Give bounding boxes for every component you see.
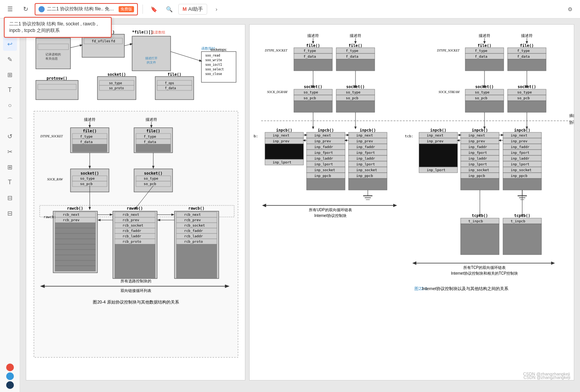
svg-text:所有UDP的双向循环链表: 所有UDP的双向循环链表 xyxy=(309,208,352,212)
color-dot-blue[interactable] xyxy=(6,372,14,380)
sidebar-icon-rotate[interactable]: ↺ xyxy=(3,129,17,143)
svg-rect-85 xyxy=(55,228,96,234)
sidebar-icon-curve[interactable]: ⌒ xyxy=(3,114,17,128)
sidebar-icon-minus2[interactable]: ⊟ xyxy=(3,206,17,220)
svg-rect-159 xyxy=(465,59,504,71)
svg-text:inp_lport: inp_lport xyxy=(468,162,487,166)
sidebar-icon-grid2[interactable]: ⊞ xyxy=(3,160,17,174)
svg-rect-60 xyxy=(136,144,171,152)
svg-text:t_inpcb: t_inpcb xyxy=(511,219,525,223)
svg-rect-24 xyxy=(36,80,78,100)
svg-rect-173 xyxy=(294,101,332,112)
svg-text:inp_lport: inp_lport xyxy=(356,162,375,166)
svg-text:f_ops: f_ops xyxy=(165,82,174,85)
svg-rect-53 xyxy=(72,144,107,152)
svg-text:inpcb(): inpcb() xyxy=(430,128,446,132)
svg-text:rcb_prev: rcb_prev xyxy=(63,218,79,222)
svg-text:rcb_proto: rcb_proto xyxy=(122,240,141,244)
svg-text:记录进程的: 记录进程的 xyxy=(45,53,61,56)
svg-text:socketops:: socketops: xyxy=(210,48,227,52)
svg-text:inp_next: inp_next xyxy=(427,133,443,137)
svg-text:tcb:: tcb: xyxy=(405,134,413,138)
svg-text:DTYPE_SOCKET: DTYPE_SOCKET xyxy=(265,49,288,52)
svg-rect-84 xyxy=(55,223,96,228)
svg-text:f_data: f_data xyxy=(303,55,316,58)
svg-text:有关信息: 有关信息 xyxy=(45,57,58,60)
svg-text:rcb_next: rcb_next xyxy=(122,213,139,217)
svg-text:SOCK_DGRAM: SOCK_DGRAM xyxy=(267,90,288,94)
svg-rect-251 xyxy=(419,144,458,167)
color-dot-red[interactable] xyxy=(6,364,14,371)
svg-text:inp_next: inp_next xyxy=(273,133,289,137)
svg-text:inp_faddr: inp_faddr xyxy=(314,145,333,149)
svg-text:socket(): socket() xyxy=(80,171,99,175)
svg-text:Internet协议控制块和相关的TCP控制块: Internet协议控制块和相关的TCP控制块 xyxy=(451,271,518,275)
watermark-text: CSDN @zhangzhangkeji xyxy=(523,375,570,380)
svg-text:f_type: f_type xyxy=(475,49,488,53)
tab-icon xyxy=(39,6,45,12)
svg-text:描述符: 描述符 xyxy=(479,33,490,38)
more-button[interactable]: › xyxy=(210,3,223,15)
search-button[interactable]: 🔍 xyxy=(163,3,175,15)
svg-text:inp_socket: inp_socket xyxy=(314,168,335,172)
svg-text:f_data: f_data xyxy=(165,87,176,90)
svg-rect-26 xyxy=(38,84,76,90)
svg-text:这是数组: 这是数组 xyxy=(151,30,165,34)
svg-text:的文件: 的文件 xyxy=(147,61,156,64)
color-dot-darkblue[interactable] xyxy=(6,381,14,389)
tab-title: 二二1 协议控制块 结构 file.. 免费版 xyxy=(47,6,116,12)
sidebar-icon-circle[interactable]: ○ xyxy=(3,98,17,112)
settings-button[interactable]: ⚙ xyxy=(564,3,576,15)
svg-text:f_type: f_type xyxy=(80,135,93,138)
svg-text:inpcb(): inpcb() xyxy=(514,128,530,132)
svg-text:inp_fport: inp_fport xyxy=(314,151,333,155)
svg-text:f_data: f_data xyxy=(346,55,359,58)
svg-text:描述符: 描述符 xyxy=(146,117,157,122)
svg-text:f_type: f_type xyxy=(144,135,156,138)
sidebar-icon-text2[interactable]: T xyxy=(3,175,17,189)
sidebar-icon-text[interactable]: T xyxy=(3,83,17,97)
svg-text:inp_ppcb: inp_ppcb xyxy=(511,174,527,178)
toolbar: ☰ ↻ 二二1 协议控制块 结构 file.. 免费版 免费版 🔖 🔍 M AI… xyxy=(0,0,580,18)
svg-rect-6 xyxy=(82,34,124,57)
svg-rect-314 xyxy=(461,224,499,255)
svg-text:协议层: 协议层 xyxy=(569,120,574,125)
sidebar-icon-edit[interactable]: ✎ xyxy=(3,52,17,66)
bookmark-button[interactable]: 🔖 xyxy=(148,3,160,15)
sidebar-icon-cut[interactable]: ✂ xyxy=(3,145,17,158)
left-diagram-panel: proc() p_fd 记录进程的 有关信息 filedesc() fd_ofi… xyxy=(26,24,245,380)
svg-text:rawcb(): rawcb() xyxy=(67,206,83,210)
svg-text:inp_laddr: inp_laddr xyxy=(511,157,530,160)
refresh-icon: ↻ xyxy=(23,5,28,13)
svg-text:rcb_prev: rcb_prev xyxy=(122,218,139,222)
svg-text:rcb_next: rcb_next xyxy=(184,213,201,217)
ai-assistant-button[interactable]: M AI助手 xyxy=(178,4,207,15)
sidebar-icon-grid[interactable]: ⊞ xyxy=(3,68,17,82)
menu-button[interactable]: ☰ xyxy=(4,3,16,15)
svg-text:so_proto: so_proto xyxy=(109,87,124,90)
svg-text:rcb_socket: rcb_socket xyxy=(122,224,143,227)
ai-icon: M xyxy=(183,6,187,12)
svg-text:inp_next: inp_next xyxy=(314,133,331,137)
svg-text:inp_lport: inp_lport xyxy=(427,168,446,172)
sidebar-icon-back[interactable]: ↩ xyxy=(3,37,17,51)
svg-text:so_pcb: so_pcb xyxy=(517,96,530,100)
svg-text:so_type: so_type xyxy=(346,90,360,94)
svg-text:so_type: so_type xyxy=(303,90,318,94)
svg-text:inpcb(): inpcb() xyxy=(318,128,334,132)
svg-rect-89 xyxy=(55,250,96,255)
separator xyxy=(142,5,143,14)
svg-rect-13 xyxy=(132,36,171,71)
svg-text:file(): file() xyxy=(478,43,491,48)
svg-text:soo_close: soo_close xyxy=(205,72,222,76)
tab-area[interactable]: 二二1 协议控制块 结构 file.. 免费版 免费版 xyxy=(35,3,138,15)
svg-text:so_type: so_type xyxy=(144,177,158,180)
svg-text:所有选路控制块的: 所有选路控制块的 xyxy=(121,279,151,283)
svg-rect-92 xyxy=(55,266,96,271)
svg-text:inp_lport: inp_lport xyxy=(273,160,292,164)
svg-text:inp_fport: inp_fport xyxy=(356,151,375,155)
sidebar-icon-minus[interactable]: ⊟ xyxy=(3,191,17,205)
refresh-button[interactable]: ↻ xyxy=(19,3,32,15)
svg-rect-227 xyxy=(307,178,345,190)
svg-text:inp_prev: inp_prev xyxy=(511,139,527,143)
